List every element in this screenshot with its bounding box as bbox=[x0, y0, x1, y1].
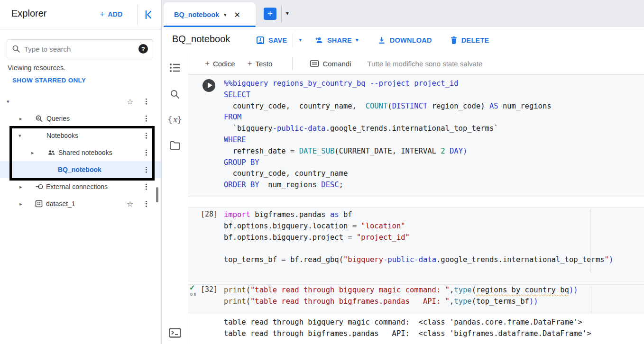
code-line: FROM bbox=[224, 112, 640, 123]
new-tab-button[interactable]: + bbox=[264, 8, 276, 20]
add-button[interactable]: + ADD bbox=[100, 9, 123, 18]
chevron-right-icon[interactable]: ▸ bbox=[31, 150, 34, 156]
tree-label-queries: Queries bbox=[46, 115, 70, 122]
command-palette-icon bbox=[310, 60, 319, 67]
chevron-right-icon[interactable]: ▸ bbox=[19, 201, 22, 207]
variables-icon[interactable]: {x} bbox=[167, 115, 182, 124]
files-folder-icon[interactable] bbox=[169, 141, 181, 150]
download-button[interactable]: DOWNLOAD bbox=[377, 36, 432, 45]
run-cell-button[interactable] bbox=[202, 79, 215, 92]
code-line: country_code, country_name bbox=[224, 168, 640, 180]
collapse-panel-icon[interactable] bbox=[143, 9, 154, 20]
star-icon[interactable]: ☆ bbox=[127, 97, 133, 106]
tree-row-external-connections[interactable]: ▸ External connections ⋮ bbox=[0, 178, 161, 195]
output-text: table read through bigquery magic comman… bbox=[224, 314, 640, 340]
chevron-down-icon[interactable]: ▾ bbox=[7, 99, 9, 105]
code-line: country_code, country_name, COUNT(DISTIN… bbox=[224, 101, 640, 112]
code-line: import bigframes.pandas as bf bbox=[224, 209, 640, 221]
kebab-menu-icon[interactable]: ⋮ bbox=[143, 97, 150, 106]
tree-row-project[interactable]: ▾ ☆ ⋮ bbox=[0, 93, 161, 110]
code-line: SELECT bbox=[224, 90, 640, 101]
kebab-menu-icon[interactable]: ⋮ bbox=[143, 199, 150, 208]
header-divider bbox=[137, 5, 138, 25]
add-text-cell-button[interactable]: + Testo bbox=[248, 59, 273, 68]
plus-icon: + bbox=[205, 59, 210, 68]
tree-row-shared-notebooks[interactable]: ▸ Shared notebooks ⋮ bbox=[0, 144, 161, 161]
queries-icon bbox=[35, 115, 43, 122]
execution-count: [32] bbox=[201, 285, 218, 294]
kebab-menu-icon[interactable]: ⋮ bbox=[143, 148, 150, 157]
commands-label: Comandi bbox=[322, 60, 351, 68]
tab-bq-notebook[interactable]: BQ_notebook ▾ ✕ bbox=[164, 2, 256, 27]
tree-label-external-connections: External connections bbox=[46, 183, 108, 190]
action-divider bbox=[293, 34, 293, 47]
download-icon bbox=[377, 36, 386, 45]
plus-icon: + bbox=[100, 9, 105, 18]
terminal-icon[interactable] bbox=[169, 328, 181, 338]
share-button[interactable]: SHARE ▾ bbox=[314, 36, 359, 45]
delete-button[interactable]: DELETE bbox=[450, 36, 489, 45]
tree-row-bq-notebook[interactable]: BQ_notebook ⋮ bbox=[0, 161, 161, 178]
code-line bbox=[224, 243, 640, 254]
code-cell-print[interactable]: ✓ 0 s [32] print("table read through big… bbox=[188, 284, 644, 313]
show-starred-only-link[interactable]: SHOW STARRED ONLY bbox=[12, 77, 86, 84]
kebab-menu-icon[interactable]: ⋮ bbox=[143, 114, 150, 123]
kebab-menu-icon[interactable]: ⋮ bbox=[143, 182, 150, 191]
code-cell-bigframes[interactable]: [28] import bigframes.pandas as bfbf.opt… bbox=[188, 207, 644, 281]
code-line: print("table read through bigframes.pand… bbox=[224, 296, 640, 308]
help-icon[interactable]: ? bbox=[138, 44, 148, 54]
tree-row-dataset[interactable]: ▸ dataset_1 ☆ ⋮ bbox=[0, 195, 161, 212]
execution-count: [28] bbox=[201, 210, 218, 218]
code-line: `bigquery-public-data.google_trends.inte… bbox=[224, 123, 640, 135]
search-input[interactable] bbox=[24, 45, 135, 53]
plus-icon: + bbox=[248, 59, 252, 68]
code-line: refresh_date = DATE_SUB(CURRENT_DATE, IN… bbox=[224, 146, 640, 157]
kebab-menu-icon[interactable]: ⋮ bbox=[143, 165, 150, 174]
chevron-right-icon[interactable]: ▸ bbox=[19, 184, 22, 190]
code-line: GROUP BY bbox=[224, 157, 640, 169]
notebook-side-rail: {x} bbox=[162, 53, 188, 344]
notebook-content: %%bigquery regions_by_country_bq --proje… bbox=[188, 74, 644, 344]
tab-close-icon[interactable]: ✕ bbox=[234, 10, 240, 19]
notebook-toolbar: + Codice + Testo Comandi Tutte le modifi… bbox=[188, 53, 644, 74]
table-of-contents-icon[interactable] bbox=[169, 63, 181, 73]
trash-icon bbox=[450, 36, 458, 45]
tree-label-shared-notebooks: Shared notebooks bbox=[58, 149, 112, 156]
code-cell-sql[interactable]: %%bigquery regions_by_country_bq --proje… bbox=[188, 74, 644, 197]
code-line: bf.options.bigquery.project = "project_i… bbox=[224, 232, 640, 244]
share-dropdown-icon[interactable]: ▾ bbox=[356, 37, 359, 43]
kebab-menu-icon[interactable]: ⋮ bbox=[143, 131, 150, 140]
add-code-cell-button[interactable]: + Codice bbox=[205, 59, 235, 68]
code-editor[interactable]: print("table read through bigquery magic… bbox=[224, 285, 640, 308]
code-editor[interactable]: %%bigquery regions_by_country_bq --proje… bbox=[224, 75, 640, 191]
person-add-icon bbox=[314, 36, 323, 45]
code-editor[interactable]: import bigframes.pandas as bfbf.options.… bbox=[224, 208, 640, 266]
chevron-down-icon[interactable]: ▾ bbox=[18, 133, 21, 139]
code-line: table read through bigquery magic comman… bbox=[224, 317, 640, 328]
search-box[interactable]: ? bbox=[7, 39, 153, 58]
save-button[interactable]: SAVE bbox=[256, 36, 287, 45]
cell-divider-line bbox=[590, 209, 590, 272]
tab-dropdown-caret-icon[interactable]: ▾ bbox=[224, 12, 227, 18]
chevron-right-icon[interactable]: ▸ bbox=[19, 116, 22, 122]
success-check-icon: ✓ bbox=[189, 283, 195, 292]
find-replace-icon[interactable] bbox=[170, 89, 180, 100]
toolbar-divider bbox=[292, 57, 293, 70]
star-icon[interactable]: ☆ bbox=[127, 199, 133, 208]
notebook-icon bbox=[47, 166, 55, 173]
save-status-text: Tutte le modifiche sono state salvate bbox=[367, 60, 482, 68]
sidebar-scrollbar[interactable] bbox=[156, 187, 158, 202]
explorer-header: Explorer + ADD bbox=[0, 0, 161, 29]
tree-row-queries[interactable]: ▸ Queries ⋮ bbox=[0, 110, 161, 127]
dataset-icon bbox=[35, 200, 43, 208]
new-tab-dropdown-icon[interactable]: ▾ bbox=[286, 10, 289, 17]
share-button-label: SHARE bbox=[327, 36, 352, 44]
commands-button[interactable]: Comandi bbox=[310, 60, 351, 68]
cell-divider-line bbox=[591, 286, 591, 312]
save-button-label: SAVE bbox=[268, 36, 287, 44]
notebook-title: BQ_notebook bbox=[172, 34, 230, 45]
code-line: bf.options.bigquery.location = "location… bbox=[224, 221, 640, 232]
save-dropdown-icon[interactable]: ▾ bbox=[299, 37, 302, 43]
tab-label: BQ_notebook bbox=[174, 11, 219, 18]
tree-row-notebooks[interactable]: ▾ Notebooks ⋮ bbox=[0, 127, 161, 144]
